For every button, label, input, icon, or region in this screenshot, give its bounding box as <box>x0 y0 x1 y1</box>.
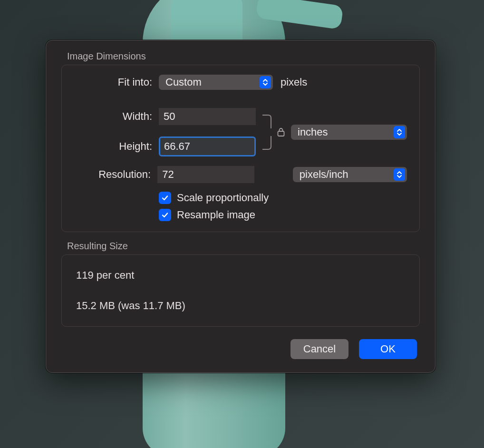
resulting-size-panel: 119 per cent 15.2 MB (was 11.7 MB) <box>61 254 420 327</box>
resolution-input[interactable] <box>157 166 254 183</box>
size-units-value: inches <box>298 126 328 138</box>
image-dimensions-panel: Fit into: Custom pixels Width: <box>61 65 420 232</box>
resolution-units-value: pixels/inch <box>300 168 348 181</box>
adjust-size-dialog: Image Dimensions Fit into: Custom pixels… <box>46 40 436 373</box>
svg-rect-0 <box>278 131 284 136</box>
fit-into-label: Fit into: <box>74 76 159 88</box>
fit-into-value: Custom <box>165 76 202 88</box>
resolution-label: Resolution: <box>74 168 157 181</box>
result-filesize: 15.2 MB (was 11.7 MB) <box>76 300 405 312</box>
fit-into-suffix: pixels <box>281 76 307 88</box>
width-input[interactable] <box>159 108 256 125</box>
resolution-units-select[interactable]: pixels/inch <box>293 167 407 182</box>
scale-proportionally-label: Scale proportionally <box>177 192 269 204</box>
image-dimensions-label: Image Dimensions <box>61 51 420 62</box>
resample-image-checkbox[interactable] <box>159 209 171 221</box>
height-input[interactable] <box>159 136 256 156</box>
lock-icon[interactable] <box>275 126 287 138</box>
resulting-size-label: Resulting Size <box>61 241 420 252</box>
dialog-button-row: Cancel OK <box>61 339 420 359</box>
scale-proportionally-checkbox[interactable] <box>159 192 171 204</box>
chevron-updown-icon <box>394 126 405 138</box>
link-bracket <box>261 112 274 152</box>
result-percent: 119 per cent <box>76 269 405 282</box>
width-label: Width: <box>74 110 159 123</box>
cancel-button[interactable]: Cancel <box>290 339 348 359</box>
fit-into-select[interactable]: Custom <box>159 75 273 90</box>
chevron-updown-icon <box>260 76 271 88</box>
resample-image-label: Resample image <box>177 209 255 221</box>
size-units-select[interactable]: inches <box>291 125 407 140</box>
height-label: Height: <box>74 140 159 153</box>
chevron-updown-icon <box>394 168 405 181</box>
ok-button[interactable]: OK <box>359 339 417 359</box>
